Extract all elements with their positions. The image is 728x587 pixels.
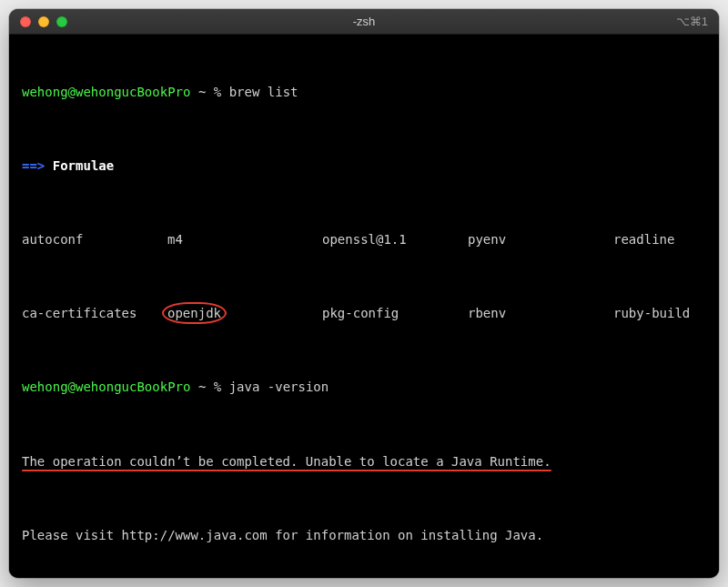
formulae-header: ==> Formulae (22, 157, 706, 175)
pkg-pkg-config: pkg-config (322, 304, 468, 322)
pkg-ca-certificates: ca-certificates (22, 304, 167, 322)
pkg-readline: readline (613, 230, 706, 248)
window-shortcut-hint: ⌥⌘1 (676, 15, 708, 28)
pkg-rbenv: rbenv (468, 304, 613, 322)
prompt-line-1: wehong@wehongucBookPro ~ % brew list (22, 83, 706, 101)
close-icon[interactable] (20, 16, 31, 27)
prompt-symbol: % (214, 85, 221, 99)
terminal-content[interactable]: wehong@wehongucBookPro ~ % brew list ==>… (9, 35, 719, 578)
window-title: -zsh (9, 15, 719, 28)
titlebar[interactable]: -zsh ⌥⌘1 (9, 9, 719, 35)
prompt-host: wehongucBookPro (76, 85, 190, 99)
pkg-pyenv: pyenv (468, 230, 613, 248)
command-java-version: java -version (229, 380, 329, 394)
prompt-at: @ (68, 85, 76, 99)
pkg-openjdk: openjdk (167, 304, 322, 322)
pkg-autoconf: autoconf (22, 230, 167, 248)
annotation-underline: The operation couldn’t be completed. Una… (22, 452, 551, 471)
pkg-openssl: openssl@1.1 (322, 230, 468, 248)
arrow-icon: ==> (22, 158, 45, 173)
traffic-lights (9, 16, 67, 27)
minimize-icon[interactable] (38, 16, 49, 27)
zoom-icon[interactable] (56, 16, 67, 27)
packages-row-1: autoconf m4 openssl@1.1 pyenv readline (22, 230, 706, 248)
command-brew-list: brew list (229, 85, 298, 99)
formulae-label: Formulae (53, 158, 114, 173)
terminal-window: -zsh ⌥⌘1 wehong@wehongucBookPro ~ % brew… (9, 9, 719, 578)
packages-row-2: ca-certificates openjdk pkg-config rbenv… (22, 304, 706, 322)
error-output: The operation couldn’t be completed. Una… (22, 452, 706, 471)
pkg-ruby-build: ruby-build (613, 304, 706, 322)
pkg-m4: m4 (167, 230, 322, 248)
info-output: Please visit http://www.java.com for inf… (22, 526, 706, 544)
prompt-path: ~ (198, 85, 206, 99)
prompt-line-2: wehong@wehongucBookPro ~ % java -version (22, 378, 706, 396)
prompt-user: wehong (22, 85, 68, 99)
